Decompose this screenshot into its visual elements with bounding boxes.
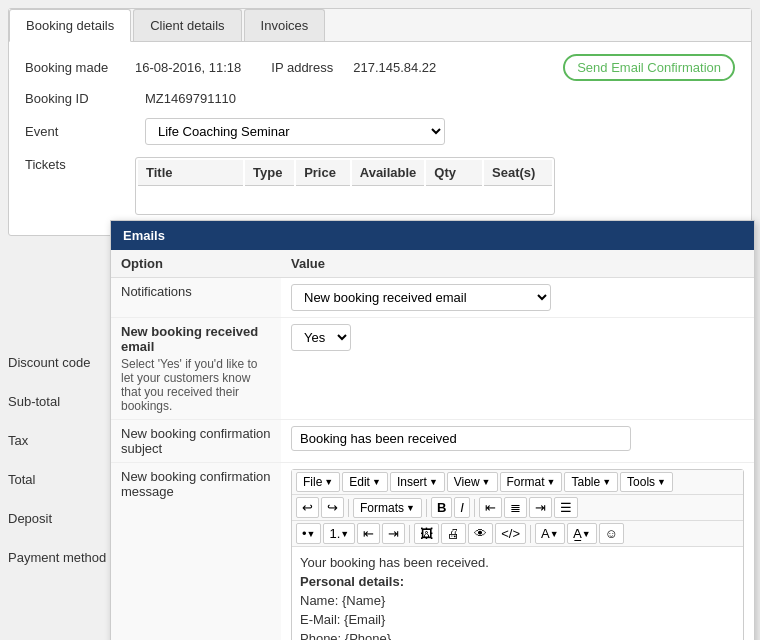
emails-modal: Emails Option Value Notifications New bo… bbox=[110, 220, 755, 640]
col-header-seat: Seat(s) bbox=[484, 160, 552, 186]
indent-button[interactable]: ⇥ bbox=[382, 523, 405, 544]
option-col-header: Option bbox=[111, 250, 281, 278]
ip-label: IP address bbox=[271, 60, 333, 75]
justify-button[interactable]: ☰ bbox=[554, 497, 578, 518]
tab-client-details[interactable]: Client details bbox=[133, 9, 241, 41]
separator-2 bbox=[426, 499, 427, 517]
modal-table: Option Value Notifications New booking r… bbox=[111, 250, 754, 640]
deposit-label: Deposit bbox=[8, 511, 106, 526]
insert-menu-button[interactable]: Insert ▼ bbox=[390, 472, 445, 492]
editor-line-1: Your booking has been received. bbox=[300, 555, 735, 570]
yes-no-select[interactable]: YesNo bbox=[291, 324, 351, 351]
sub-total-label: Sub-total bbox=[8, 394, 106, 409]
message-label: New booking confirmation message bbox=[111, 463, 281, 641]
subject-row: New booking confirmation subject bbox=[111, 420, 754, 463]
emoji-button[interactable]: ☺ bbox=[599, 523, 624, 544]
table-menu-button[interactable]: Table ▼ bbox=[564, 472, 618, 492]
value-col-header: Value bbox=[281, 250, 754, 278]
booking-id-row: Booking ID MZ1469791110 bbox=[25, 91, 735, 106]
notifications-row: Notifications New booking received email… bbox=[111, 278, 754, 318]
notifications-select[interactable]: New booking received emailBooking remind… bbox=[291, 284, 551, 311]
subject-label: New booking confirmation subject bbox=[111, 420, 281, 463]
tools-menu-button[interactable]: Tools ▼ bbox=[620, 472, 673, 492]
align-right-button[interactable]: ⇥ bbox=[529, 497, 552, 518]
bold-button[interactable]: B bbox=[431, 497, 452, 518]
separator-5 bbox=[530, 525, 531, 543]
align-left-button[interactable]: ⇤ bbox=[479, 497, 502, 518]
message-row: New booking confirmation message File ▼ … bbox=[111, 463, 754, 641]
send-email-confirmation-button[interactable]: Send Email Confirmation bbox=[563, 54, 735, 81]
tickets-label: Tickets bbox=[25, 157, 135, 172]
new-booking-received-row: New booking received email Select 'Yes' … bbox=[111, 318, 754, 420]
event-label: Event bbox=[25, 124, 145, 139]
format-menu-button[interactable]: Format ▼ bbox=[500, 472, 563, 492]
table-row bbox=[138, 188, 552, 212]
unordered-list-button[interactable]: • ▼ bbox=[296, 523, 321, 544]
tickets-table: Title Type Price Available Qty Seat(s) bbox=[135, 157, 555, 215]
notifications-label: Notifications bbox=[111, 278, 281, 318]
editor-toolbar: File ▼ Edit ▼ Insert ▼ View ▼ Format ▼ T… bbox=[291, 469, 744, 640]
editor-line-2: Personal details: bbox=[300, 574, 404, 589]
booking-made-label: Booking made bbox=[25, 60, 135, 75]
redo-button[interactable]: ↪ bbox=[321, 497, 344, 518]
discount-code-label: Discount code bbox=[8, 355, 106, 370]
subject-input[interactable] bbox=[291, 426, 631, 451]
toolbar-format-row: ↩ ↪ Formats ▼ B I ⇤ ≣ ⇥ bbox=[292, 495, 743, 521]
toolbar-list-row: • ▼ 1. ▼ ⇤ ⇥ 🖼 🖨 👁 </> A ▼ bbox=[292, 521, 743, 547]
italic-button[interactable]: I bbox=[454, 497, 470, 518]
col-header-price: Price bbox=[296, 160, 350, 186]
col-header-type: Type bbox=[245, 160, 294, 186]
view-menu-button[interactable]: View ▼ bbox=[447, 472, 498, 492]
font-color-button[interactable]: A ▼ bbox=[535, 523, 565, 544]
file-menu-button[interactable]: File ▼ bbox=[296, 472, 340, 492]
source-button[interactable]: </> bbox=[495, 523, 526, 544]
payment-method-label: Payment method bbox=[8, 550, 106, 565]
ip-value: 217.145.84.22 bbox=[353, 60, 563, 75]
separator-1 bbox=[348, 499, 349, 517]
col-header-qty: Qty bbox=[426, 160, 482, 186]
col-header-title: Title bbox=[138, 160, 243, 186]
booking-made-value: 16-08-2016, 11:18 bbox=[135, 60, 241, 75]
total-label: Total bbox=[8, 472, 106, 487]
print-button[interactable]: 🖨 bbox=[441, 523, 466, 544]
event-select[interactable]: Life Coaching Seminar bbox=[145, 118, 445, 145]
highlight-button[interactable]: A̲ ▼ bbox=[567, 523, 597, 544]
tickets-row: Tickets Title Type Price Available Qty S… bbox=[25, 157, 735, 215]
modal-title: Emails bbox=[123, 228, 165, 243]
new-booking-received-label: New booking received email bbox=[121, 324, 271, 354]
col-header-available: Available bbox=[352, 160, 425, 186]
editor-content[interactable]: Your booking has been received. Personal… bbox=[292, 547, 743, 640]
editor-line-5: Phone: {Phone} bbox=[300, 631, 735, 640]
align-center-button[interactable]: ≣ bbox=[504, 497, 527, 518]
event-row: Event Life Coaching Seminar bbox=[25, 118, 735, 145]
separator-4 bbox=[409, 525, 410, 543]
tabs-bar: Booking details Client details Invoices bbox=[9, 9, 751, 42]
undo-button[interactable]: ↩ bbox=[296, 497, 319, 518]
tax-label: Tax bbox=[8, 433, 106, 448]
editor-line-4: E-Mail: {Email} bbox=[300, 612, 735, 627]
ordered-list-button[interactable]: 1. ▼ bbox=[323, 523, 355, 544]
edit-menu-button[interactable]: Edit ▼ bbox=[342, 472, 388, 492]
booking-id-label: Booking ID bbox=[25, 91, 145, 106]
booking-made-row: Booking made 16-08-2016, 11:18 IP addres… bbox=[25, 54, 735, 81]
left-sidebar: Discount code Sub-total Tax Total Deposi… bbox=[8, 355, 106, 589]
separator-3 bbox=[474, 499, 475, 517]
tab-booking-details[interactable]: Booking details bbox=[9, 9, 131, 42]
toolbar-menu-row: File ▼ Edit ▼ Insert ▼ View ▼ Format ▼ T… bbox=[292, 470, 743, 495]
outdent-button[interactable]: ⇤ bbox=[357, 523, 380, 544]
new-booking-received-desc: Select 'Yes' if you'd like to let your c… bbox=[121, 357, 271, 413]
tab-invoices[interactable]: Invoices bbox=[244, 9, 326, 41]
formats-dropdown[interactable]: Formats ▼ bbox=[353, 498, 422, 518]
modal-header: Emails bbox=[111, 221, 754, 250]
editor-line-3: Name: {Name} bbox=[300, 593, 735, 608]
booking-id-value: MZ1469791110 bbox=[145, 91, 236, 106]
preview-button[interactable]: 👁 bbox=[468, 523, 493, 544]
insert-image-button[interactable]: 🖼 bbox=[414, 523, 439, 544]
